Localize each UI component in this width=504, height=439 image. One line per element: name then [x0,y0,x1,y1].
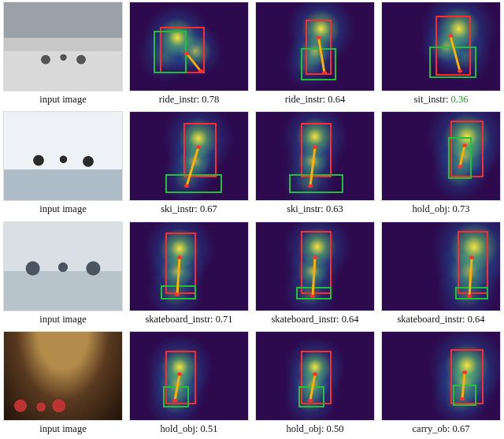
result-caption: skateboard_instr: 0.64 [397,314,484,326]
input-image-cell: input image [0,110,126,219]
attention-map [129,111,249,201]
result-cell: hold_obj: 0.73 [378,110,504,219]
object-bbox [154,31,187,73]
object-bbox [448,137,472,180]
interaction-label: ride_instr [159,94,197,105]
object-bbox [453,385,476,406]
object-bbox [161,285,196,299]
attention-map [129,221,249,311]
result-cell: ski_instr: 0.67 [126,110,252,219]
attention-map [381,2,501,91]
attention-map [381,221,501,311]
interaction-label: ski_instr [161,203,195,214]
interaction-score: 0.36 [451,94,469,105]
attention-map [255,331,375,421]
object-bbox [298,386,324,407]
interaction-label: hold_obj [413,203,447,214]
object-bbox [301,48,336,80]
result-caption: sit_instr: 0.36 [414,95,469,106]
result-caption: hold_obj: 0.50 [287,424,344,435]
attention-map [129,2,249,91]
result-cell: skateboard_instr: 0.71 [126,220,252,329]
result-cell: ride_instr: 0.64 [252,0,378,110]
figure-grid: input imageride_instr: 0.78ride_instr: 0… [0,0,504,439]
result-cell: skateboard_instr: 0.64 [378,220,504,329]
result-cell: hold_obj: 0.51 [126,329,252,439]
input-image-caption: input image [39,204,86,215]
attention-map [255,221,375,311]
interaction-label: ride_instr [285,94,323,105]
input-image [3,111,123,201]
result-caption: ski_instr: 0.63 [287,204,343,215]
object-bbox [455,287,488,299]
result-cell: ride_instr: 0.78 [126,0,252,110]
result-caption: ride_instr: 0.78 [159,95,219,106]
attention-map [255,2,375,91]
result-caption: ski_instr: 0.67 [161,204,217,215]
attention-map [381,331,501,421]
interaction-score: 0.64 [328,94,345,105]
object-bbox [289,174,343,194]
interaction-score: 0.67 [453,423,470,434]
result-caption: hold_obj: 0.73 [413,204,470,215]
interaction-score: 0.73 [453,203,470,214]
result-caption: skateboard_instr: 0.64 [271,314,358,326]
interaction-label: skateboard_instr [397,314,462,325]
interaction-score: 0.78 [202,94,219,105]
interaction-score: 0.64 [342,314,359,325]
result-cell: ski_instr: 0.63 [252,110,378,219]
person-bbox [183,123,217,177]
interaction-label: carry_ob [413,423,447,434]
interaction-score: 0.51 [201,423,218,434]
input-image [3,331,123,421]
result-caption: skateboard_instr: 0.71 [145,314,232,326]
input-image [3,2,123,91]
result-cell: skateboard_instr: 0.64 [252,220,378,329]
object-bbox [165,174,222,194]
person-bbox [458,231,488,295]
result-caption: ride_instr: 0.64 [285,95,345,106]
interaction-score: 0.67 [200,203,217,214]
input-image-cell: input image [0,329,126,439]
interaction-label: skateboard_instr [271,314,336,325]
object-bbox [163,386,189,407]
input-image [3,221,123,311]
result-cell: hold_obj: 0.50 [252,329,378,439]
input-image-cell: input image [0,0,126,110]
input-image-caption: input image [39,95,86,106]
interaction-label: sit_instr [414,94,446,105]
attention-map [129,331,249,421]
input-image-caption: input image [39,424,86,435]
attention-map [255,111,375,201]
result-caption: carry_ob: 0.67 [413,424,470,435]
person-bbox [301,123,332,177]
interaction-score: 0.50 [327,423,344,434]
interaction-score: 0.71 [216,314,233,325]
interaction-label: hold_obj [287,423,321,434]
result-caption: hold_obj: 0.51 [161,424,218,435]
result-cell: carry_ob: 0.67 [378,329,504,439]
interaction-label: skateboard_instr [145,314,210,325]
attention-map [381,111,501,201]
result-cell: sit_instr: 0.36 [378,0,504,110]
interaction-score: 0.64 [468,314,485,325]
person-bbox [301,231,332,295]
object-bbox [429,47,476,78]
interaction-score: 0.63 [326,203,343,214]
interaction-label: hold_obj [161,423,195,434]
interaction-label: ski_instr [287,203,321,214]
object-bbox [296,287,332,299]
input-image-cell: input image [0,220,126,329]
input-image-caption: input image [39,314,86,326]
